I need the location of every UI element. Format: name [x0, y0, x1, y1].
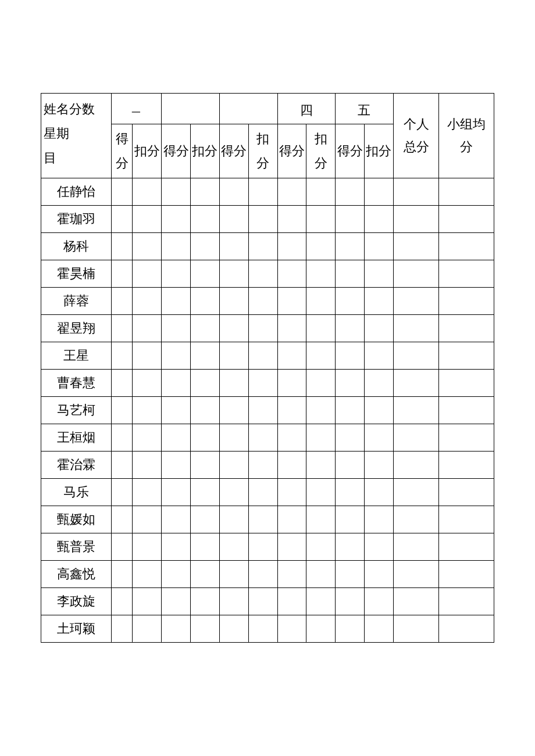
student-name-cell: 土珂颖: [41, 615, 112, 642]
group-avg-cell: [439, 232, 494, 260]
group-avg-cell: [439, 424, 494, 451]
group-avg-cell: [439, 342, 494, 369]
score-cell: [277, 232, 306, 260]
score-cell: [277, 178, 306, 205]
score-cell: [393, 342, 439, 369]
group-avg-cell: [439, 533, 494, 560]
score-cell: [248, 260, 277, 287]
group-avg-cell: [439, 205, 494, 232]
score-cell: [306, 396, 336, 424]
score-cell: [191, 260, 220, 287]
score-cell: [248, 232, 277, 260]
score-cell: [364, 451, 393, 478]
score-cell: [111, 396, 133, 424]
score-cell: [111, 424, 133, 451]
score-cell: [133, 205, 162, 232]
score-cell: [191, 178, 220, 205]
score-cell: [219, 396, 248, 424]
score-cell: [336, 560, 365, 587]
score-cell: [111, 314, 133, 342]
score-cell: [133, 587, 162, 615]
table-row: 薛蓉: [41, 287, 494, 314]
score-cell: [191, 615, 220, 642]
score-cell: [393, 205, 439, 232]
score-cell: [162, 506, 191, 533]
score-cell: [133, 342, 162, 369]
score-cell: [364, 615, 393, 642]
score-cell: [306, 506, 336, 533]
score-cell: [277, 424, 306, 451]
score-cell: [364, 287, 393, 314]
score-cell: [277, 369, 306, 396]
score-cell: [162, 615, 191, 642]
score-cell: [162, 314, 191, 342]
score-cell: [364, 506, 393, 533]
group-avg-cell: [439, 451, 494, 478]
score-cell: [219, 178, 248, 205]
sub-gain-5: 得分: [336, 124, 365, 178]
student-name-cell: 翟昱翔: [41, 314, 112, 342]
table-row: 高鑫悦: [41, 560, 494, 587]
score-cell: [133, 560, 162, 587]
score-cell: [336, 451, 365, 478]
score-cell: [111, 533, 133, 560]
score-cell: [393, 506, 439, 533]
score-cell: [393, 369, 439, 396]
score-cell: [219, 506, 248, 533]
sub-deduct-2: 扣分: [191, 124, 220, 178]
score-cell: [133, 396, 162, 424]
score-cell: [336, 369, 365, 396]
score-cell: [336, 396, 365, 424]
student-name-cell: 高鑫悦: [41, 560, 112, 587]
score-cell: [306, 260, 336, 287]
score-cell: [393, 314, 439, 342]
score-cell: [277, 314, 306, 342]
score-cell: [162, 369, 191, 396]
document-page: 姓名分数 星期 目 一 四 五 个人 总分 小组均 分 得分 扣分 得分 扣分: [0, 0, 535, 643]
score-cell: [191, 369, 220, 396]
score-cell: [162, 560, 191, 587]
score-table: 姓名分数 星期 目 一 四 五 个人 总分 小组均 分 得分 扣分 得分 扣分: [41, 93, 494, 643]
score-cell: [277, 451, 306, 478]
score-cell: [277, 287, 306, 314]
score-cell: [336, 478, 365, 506]
score-cell: [277, 506, 306, 533]
score-cell: [336, 178, 365, 205]
score-cell: [191, 342, 220, 369]
table-row: 翟昱翔: [41, 314, 494, 342]
table-row: 杨科: [41, 232, 494, 260]
score-cell: [111, 369, 133, 396]
score-cell: [191, 232, 220, 260]
table-row: 马艺柯: [41, 396, 494, 424]
score-cell: [306, 232, 336, 260]
score-cell: [162, 232, 191, 260]
score-cell: [393, 232, 439, 260]
score-cell: [306, 424, 336, 451]
score-cell: [277, 342, 306, 369]
score-cell: [219, 205, 248, 232]
group-avg-cell: [439, 260, 494, 287]
group-avg-cell: [439, 314, 494, 342]
score-cell: [336, 424, 365, 451]
score-cell: [219, 232, 248, 260]
score-cell: [219, 342, 248, 369]
score-cell: [248, 560, 277, 587]
header-day-4: 四: [277, 94, 336, 124]
score-cell: [162, 424, 191, 451]
group-avg-cell: [439, 287, 494, 314]
score-cell: [191, 533, 220, 560]
score-cell: [277, 205, 306, 232]
score-cell: [248, 396, 277, 424]
score-cell: [219, 451, 248, 478]
score-cell: [393, 478, 439, 506]
score-cell: [277, 560, 306, 587]
table-row: 霍昊楠: [41, 260, 494, 287]
score-cell: [364, 478, 393, 506]
student-name-cell: 霍昊楠: [41, 260, 112, 287]
score-cell: [277, 615, 306, 642]
score-cell: [306, 342, 336, 369]
score-cell: [248, 587, 277, 615]
sub-deduct-5: 扣分: [364, 124, 393, 178]
score-cell: [111, 587, 133, 615]
score-cell: [336, 287, 365, 314]
